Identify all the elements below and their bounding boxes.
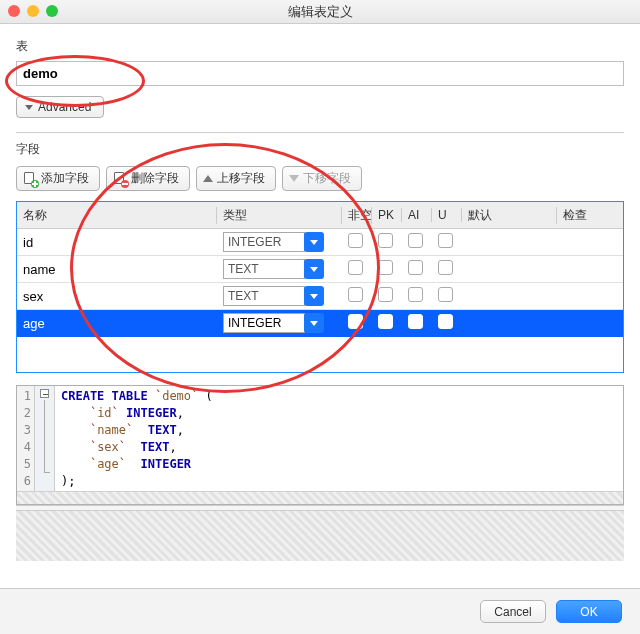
advanced-label: Advanced bbox=[38, 100, 91, 114]
fields-header: 名称 类型 非空 PK AI U 默认 检查 bbox=[17, 202, 623, 229]
triangle-up-icon bbox=[203, 175, 213, 182]
window-controls bbox=[8, 5, 58, 17]
fields-padding bbox=[17, 337, 623, 372]
checkbox-u[interactable] bbox=[438, 314, 453, 329]
minimize-icon[interactable] bbox=[27, 5, 39, 17]
cell-name[interactable]: age bbox=[17, 316, 217, 331]
triangle-down-icon bbox=[289, 175, 299, 182]
close-icon[interactable] bbox=[8, 5, 20, 17]
dropdown-icon[interactable] bbox=[304, 232, 324, 252]
table-row[interactable]: name bbox=[17, 256, 623, 283]
fields-toolbar: 添加字段 删除字段 上移字段 下移字段 bbox=[16, 166, 624, 191]
cancel-button[interactable]: Cancel bbox=[480, 600, 546, 623]
col-ai[interactable]: AI bbox=[402, 208, 432, 222]
move-down-button: 下移字段 bbox=[282, 166, 362, 191]
col-check[interactable]: 检查 bbox=[557, 207, 623, 224]
col-type[interactable]: 类型 bbox=[217, 207, 342, 224]
col-name[interactable]: 名称 bbox=[17, 207, 217, 224]
type-input[interactable] bbox=[223, 259, 305, 279]
fold-gutter bbox=[35, 386, 55, 504]
checkbox-ai[interactable] bbox=[408, 314, 423, 329]
checkbox-ai[interactable] bbox=[408, 287, 423, 302]
bottom-hatch bbox=[16, 511, 624, 561]
checkbox-not_null[interactable] bbox=[348, 260, 363, 275]
ok-button[interactable]: OK bbox=[556, 600, 622, 623]
cell-name[interactable]: sex bbox=[17, 289, 217, 304]
checkbox-pk[interactable] bbox=[378, 287, 393, 302]
checkbox-ai[interactable] bbox=[408, 233, 423, 248]
fold-toggle-icon[interactable] bbox=[40, 389, 49, 398]
col-notnull[interactable]: 非空 bbox=[342, 207, 372, 224]
table-name-input[interactable] bbox=[16, 61, 624, 86]
zoom-icon[interactable] bbox=[46, 5, 58, 17]
remove-field-icon bbox=[113, 172, 127, 186]
table-row[interactable]: age bbox=[17, 310, 623, 337]
cell-name[interactable]: id bbox=[17, 235, 217, 250]
cell-type[interactable] bbox=[217, 232, 342, 252]
dropdown-icon[interactable] bbox=[304, 259, 324, 279]
col-pk[interactable]: PK bbox=[372, 208, 402, 222]
table-row[interactable]: id bbox=[17, 229, 623, 256]
section-label-fields: 字段 bbox=[16, 141, 624, 158]
titlebar: 编辑表定义 bbox=[0, 0, 640, 24]
table-row[interactable]: sex bbox=[17, 283, 623, 310]
col-u[interactable]: U bbox=[432, 208, 462, 222]
section-label-table: 表 bbox=[16, 38, 624, 55]
type-input[interactable] bbox=[223, 286, 305, 306]
checkbox-not_null[interactable] bbox=[348, 314, 363, 329]
window-title: 编辑表定义 bbox=[288, 3, 353, 21]
line-number-gutter: 123456 bbox=[17, 386, 35, 504]
dialog-footer: Cancel OK bbox=[0, 588, 640, 634]
checkbox-u[interactable] bbox=[438, 233, 453, 248]
move-up-button[interactable]: 上移字段 bbox=[196, 166, 276, 191]
col-default[interactable]: 默认 bbox=[462, 207, 557, 224]
type-input[interactable] bbox=[223, 232, 305, 252]
checkbox-u[interactable] bbox=[438, 287, 453, 302]
checkbox-pk[interactable] bbox=[378, 260, 393, 275]
type-input[interactable] bbox=[223, 313, 305, 333]
add-field-icon bbox=[23, 172, 37, 186]
dropdown-icon[interactable] bbox=[304, 286, 324, 306]
dropdown-icon[interactable] bbox=[304, 313, 324, 333]
checkbox-ai[interactable] bbox=[408, 260, 423, 275]
divider bbox=[16, 132, 624, 133]
cell-type[interactable] bbox=[217, 286, 342, 306]
chevron-down-icon bbox=[25, 105, 33, 110]
sql-code[interactable]: CREATE TABLE `demo` ( `id` INTEGER, `nam… bbox=[55, 386, 623, 504]
checkbox-not_null[interactable] bbox=[348, 287, 363, 302]
remove-field-button[interactable]: 删除字段 bbox=[106, 166, 190, 191]
editor-hatch bbox=[17, 491, 623, 504]
add-field-button[interactable]: 添加字段 bbox=[16, 166, 100, 191]
sql-editor[interactable]: 123456 CREATE TABLE `demo` ( `id` INTEGE… bbox=[16, 385, 624, 505]
advanced-toggle[interactable]: Advanced bbox=[16, 96, 104, 118]
cell-type[interactable] bbox=[217, 313, 342, 333]
checkbox-u[interactable] bbox=[438, 260, 453, 275]
checkbox-not_null[interactable] bbox=[348, 233, 363, 248]
cell-type[interactable] bbox=[217, 259, 342, 279]
fields-table[interactable]: 名称 类型 非空 PK AI U 默认 检查 idnamesexage bbox=[16, 201, 624, 373]
checkbox-pk[interactable] bbox=[378, 233, 393, 248]
cell-name[interactable]: name bbox=[17, 262, 217, 277]
checkbox-pk[interactable] bbox=[378, 314, 393, 329]
